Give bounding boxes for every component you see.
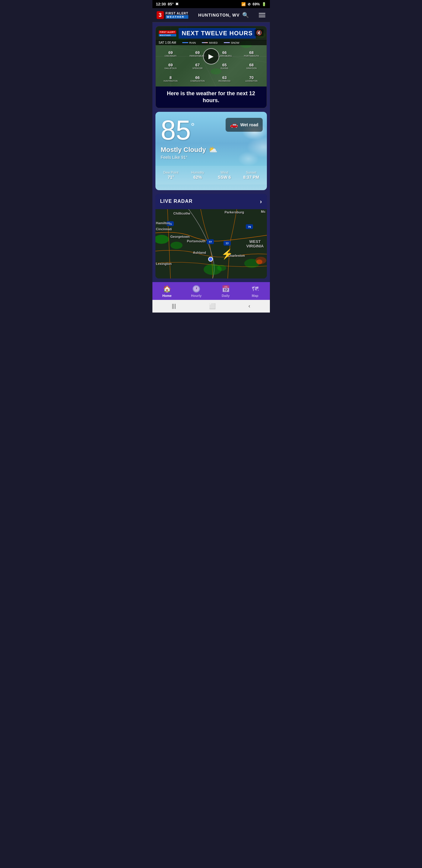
video-map-background: FIRST ALERT WEATHER NEXT TWELVE HOURS SA…: [156, 26, 267, 87]
battery-percent: 69%: [252, 2, 260, 6]
video-caption: Here is the weather for the next 12 hour…: [156, 87, 267, 108]
daily-icon: 📅: [222, 285, 230, 293]
nav-hourly[interactable]: 🕐 Hourly: [187, 285, 205, 298]
label-parkersburg: Parkersburg: [225, 210, 244, 214]
temp-charleston: 66 CHARLESTON: [184, 72, 211, 85]
android-nav-bar: ||| ⬜ ‹: [153, 300, 270, 313]
label-west-virginia: WESTVIRGINIA: [247, 239, 264, 249]
svg-point-11: [170, 242, 183, 249]
humidity-label: Humidity: [191, 170, 204, 174]
radar-title: LIVE RADAR: [160, 198, 193, 204]
svg-text:79: 79: [248, 225, 251, 228]
svg-point-13: [217, 265, 226, 271]
label-portsmouth: Portsmouth: [187, 239, 206, 243]
radar-expand-icon: ›: [260, 198, 262, 205]
condition-text: Mostly Cloudy: [161, 146, 206, 154]
radar-card: LIVE RADAR ›: [155, 194, 267, 278]
humidity-value: 62%: [193, 175, 202, 180]
logo-number: 3: [157, 11, 164, 19]
home-icon: 🏠: [163, 285, 171, 293]
temp-cincinnati: 69 CINCINNATI: [157, 47, 184, 60]
nav-home[interactable]: 🏠 Home: [158, 285, 176, 298]
label-hamilton: Hamilton: [156, 221, 170, 225]
wet-road-label: Wet road: [240, 122, 258, 127]
dew-point-value: 71°: [168, 175, 174, 180]
stat-humidity: Humidity 62%: [185, 170, 210, 180]
video-card: FIRST ALERT WEATHER NEXT TWELVE HOURS SA…: [155, 26, 267, 108]
wifi-icon: 📶: [241, 2, 246, 6]
wet-road-badge: 🚗 Wet road: [226, 118, 263, 132]
status-temp: 85°: [168, 2, 174, 6]
sunset-label: Sunset: [246, 170, 256, 174]
no-disturb-icon: ⊘: [248, 2, 251, 6]
video-wrapper: FIRST ALERT WEATHER NEXT TWELVE HOURS SA…: [156, 26, 267, 87]
android-home-button[interactable]: ⬜: [209, 303, 216, 310]
bottom-navigation: 🏠 Home 🕐 Hourly 📅 Daily 🗺 Map: [153, 282, 270, 300]
label-georgetown: Georgetown: [170, 235, 190, 239]
video-time-bar: SAT 1:00 AM RAIN MIXED SNOW: [156, 40, 267, 45]
status-time: 12:30: [156, 2, 166, 6]
video-play-button[interactable]: ▶: [203, 48, 219, 64]
menu-button[interactable]: [259, 13, 265, 17]
legend-rain: RAIN: [182, 41, 196, 44]
wet-road-icon: 🚗: [230, 121, 238, 129]
stat-sunset: Sunset 8:37 PM: [238, 170, 264, 180]
logo-weather: WEATHER: [166, 15, 189, 19]
label-mc: Mc: [261, 210, 265, 213]
video-weather-label: WEATHER: [159, 34, 176, 36]
volume-button[interactable]: 🔇: [255, 29, 264, 36]
temp-huntington: 8 HUNTINGTON: [157, 72, 184, 85]
temp-richwood: 63 RICHWOOD: [211, 72, 238, 85]
video-time-label: SAT 1:00 AM: [159, 41, 176, 44]
menu-line-1: [259, 13, 265, 13]
logo-text: FIRST ALERT WEATHER: [166, 12, 189, 19]
logo: 3 FIRST ALERT WEATHER: [157, 11, 189, 19]
nav-daily[interactable]: 📅 Daily: [217, 285, 235, 298]
svg-point-16: [256, 259, 262, 264]
wind-label: Wind: [221, 170, 228, 174]
temp-gallipolis: 69 GALLIPOLIS: [157, 60, 184, 73]
menu-line-3: [259, 17, 265, 17]
logo-first-alert: FIRST ALERT: [166, 12, 189, 15]
temperature-degree: °: [191, 121, 195, 132]
header-location: HUNTINGTON, WV 🔍: [198, 12, 249, 19]
status-left: 12:30 85° ✖: [156, 2, 179, 6]
temp-portsmouth: 68 PORTSMOUTH: [238, 47, 265, 60]
label-chillicothe: Chillicothe: [173, 212, 190, 215]
status-right: 📶 ⊘ 69% 🔋: [241, 2, 266, 6]
nav-daily-label: Daily: [222, 294, 230, 298]
sunset-value: 8:37 PM: [243, 175, 259, 180]
dew-point-label: Dew Point: [163, 170, 178, 174]
weather-card: 85 ° 🚗 Wet road Mostly Cloudy ⛅ Feels Li…: [155, 112, 267, 190]
label-lexington: Lexington: [156, 262, 172, 266]
condition-row: Mostly Cloudy ⛅: [161, 146, 261, 154]
svg-text:77: 77: [225, 242, 228, 245]
svg-text:77: 77: [208, 241, 212, 244]
menu-line-2: [259, 15, 265, 16]
video-title: NEXT TWELVE HOURS: [178, 28, 256, 38]
temperature-value: 85: [161, 117, 191, 144]
condition-icon: ⛅: [208, 146, 218, 154]
weather-main: 85 ° 🚗 Wet road Mostly Cloudy ⛅ Feels Li…: [155, 112, 267, 163]
nav-hourly-label: Hourly: [191, 294, 201, 298]
lightning-icon: ⚡: [221, 248, 233, 260]
app-header: 3 FIRST ALERT WEATHER HUNTINGTON, WV 🔍: [153, 8, 270, 22]
main-content: FIRST ALERT WEATHER NEXT TWELVE HOURS SA…: [153, 22, 270, 282]
status-x-icon: ✖: [175, 2, 178, 6]
label-cincinnati: Cincinnati: [156, 227, 172, 231]
stat-dew-point: Dew Point 71°: [158, 170, 184, 180]
user-location-dot: [208, 257, 213, 261]
wind-value: SSW 6: [218, 175, 231, 180]
video-first-alert-label: FIRST ALERT: [159, 30, 176, 34]
radar-header[interactable]: LIVE RADAR ›: [155, 194, 267, 209]
nav-home-label: Home: [162, 294, 172, 298]
radar-map[interactable]: 71 77 77 79 Chillicothe Parkersburg Hami…: [155, 209, 267, 278]
android-recent-button[interactable]: |||: [172, 303, 176, 309]
video-overlay-header: FIRST ALERT WEATHER NEXT TWELVE HOURS: [156, 26, 267, 40]
weather-stats: Dew Point 71° Humidity 62% Wind SSW 6 Su…: [155, 166, 267, 184]
android-back-button[interactable]: ‹: [249, 303, 250, 309]
search-button[interactable]: 🔍: [242, 12, 249, 19]
nav-map[interactable]: 🗺 Map: [246, 285, 264, 298]
status-bar: 12:30 85° ✖ 📶 ⊘ 69% 🔋: [153, 0, 270, 8]
legend-mixed: MIXED: [202, 41, 218, 44]
